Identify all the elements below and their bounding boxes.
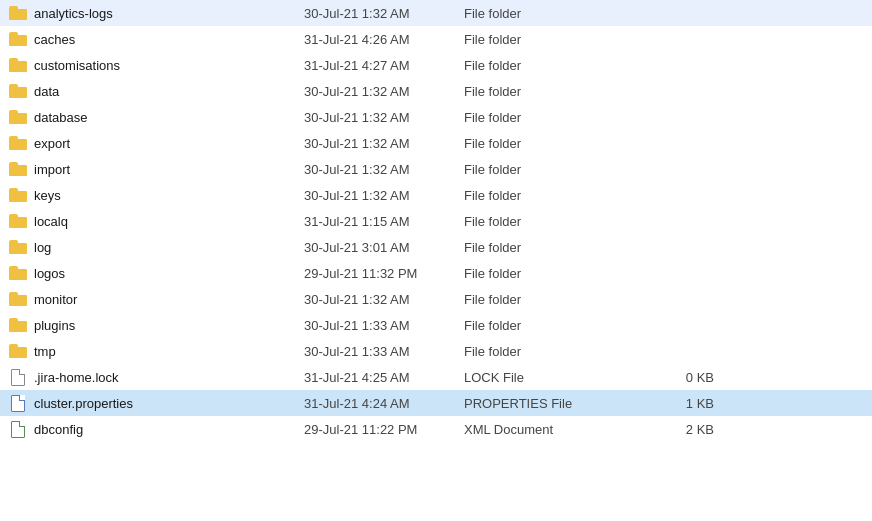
file-icon-container xyxy=(8,212,28,230)
file-icon-container xyxy=(8,316,28,334)
file-date: 29-Jul-21 11:32 PM xyxy=(294,266,454,281)
file-icon-container xyxy=(8,264,28,282)
list-item[interactable]: keys 30-Jul-21 1:32 AM File folder xyxy=(0,182,872,208)
file-type: PROPERTIES File xyxy=(454,396,634,411)
list-item[interactable]: data 30-Jul-21 1:32 AM File folder xyxy=(0,78,872,104)
file-type: File folder xyxy=(454,110,634,125)
file-name: analytics-logs xyxy=(34,6,294,21)
file-icon-container xyxy=(8,394,28,412)
file-name: keys xyxy=(34,188,294,203)
file-icon-container xyxy=(8,238,28,256)
file-icon-container xyxy=(8,4,28,22)
file-icon-container xyxy=(8,160,28,178)
folder-icon xyxy=(9,32,27,46)
file-name: import xyxy=(34,162,294,177)
file-size: 0 KB xyxy=(634,370,714,385)
list-item[interactable]: import 30-Jul-21 1:32 AM File folder xyxy=(0,156,872,182)
file-date: 31-Jul-21 4:26 AM xyxy=(294,32,454,47)
file-date: 31-Jul-21 4:24 AM xyxy=(294,396,454,411)
file-name: database xyxy=(34,110,294,125)
file-name: export xyxy=(34,136,294,151)
file-date: 31-Jul-21 1:15 AM xyxy=(294,214,454,229)
list-item[interactable]: caches 31-Jul-21 4:26 AM File folder xyxy=(0,26,872,52)
folder-icon xyxy=(9,318,27,332)
db-file-icon xyxy=(11,421,25,438)
file-name: monitor xyxy=(34,292,294,307)
list-item[interactable]: plugins 30-Jul-21 1:33 AM File folder xyxy=(0,312,872,338)
folder-icon xyxy=(9,292,27,306)
file-name: log xyxy=(34,240,294,255)
file-date: 29-Jul-21 11:22 PM xyxy=(294,422,454,437)
file-type: LOCK File xyxy=(454,370,634,385)
file-type: File folder xyxy=(454,214,634,229)
file-name: localq xyxy=(34,214,294,229)
list-item[interactable]: monitor 30-Jul-21 1:32 AM File folder xyxy=(0,286,872,312)
list-item[interactable]: localq 31-Jul-21 1:15 AM File folder xyxy=(0,208,872,234)
file-name: logos xyxy=(34,266,294,281)
folder-icon xyxy=(9,6,27,20)
lock-file-icon xyxy=(11,369,25,386)
file-icon-container xyxy=(8,30,28,48)
file-icon-container xyxy=(8,342,28,360)
file-size: 1 KB xyxy=(634,396,714,411)
file-name: cluster.properties xyxy=(34,396,294,411)
file-type: File folder xyxy=(454,6,634,21)
file-icon-container xyxy=(8,420,28,438)
list-item[interactable]: .jira-home.lock 31-Jul-21 4:25 AM LOCK F… xyxy=(0,364,872,390)
folder-icon xyxy=(9,188,27,202)
file-type: XML Document xyxy=(454,422,634,437)
file-date: 30-Jul-21 1:33 AM xyxy=(294,318,454,333)
file-type: File folder xyxy=(454,162,634,177)
folder-icon xyxy=(9,214,27,228)
file-icon-container xyxy=(8,108,28,126)
file-date: 31-Jul-21 4:25 AM xyxy=(294,370,454,385)
file-type: File folder xyxy=(454,32,634,47)
file-icon-container xyxy=(8,82,28,100)
list-item[interactable]: customisations 31-Jul-21 4:27 AM File fo… xyxy=(0,52,872,78)
file-type: File folder xyxy=(454,266,634,281)
file-date: 31-Jul-21 4:27 AM xyxy=(294,58,454,73)
file-name: dbconfig xyxy=(34,422,294,437)
folder-icon xyxy=(9,344,27,358)
file-type: File folder xyxy=(454,58,634,73)
list-item[interactable]: analytics-logs 30-Jul-21 1:32 AM File fo… xyxy=(0,0,872,26)
file-list: analytics-logs 30-Jul-21 1:32 AM File fo… xyxy=(0,0,872,521)
properties-file-icon xyxy=(11,395,25,412)
file-date: 30-Jul-21 1:32 AM xyxy=(294,162,454,177)
file-date: 30-Jul-21 1:32 AM xyxy=(294,292,454,307)
file-icon-container xyxy=(8,186,28,204)
file-date: 30-Jul-21 1:33 AM xyxy=(294,344,454,359)
file-size: 2 KB xyxy=(634,422,714,437)
file-name: data xyxy=(34,84,294,99)
file-icon-container xyxy=(8,134,28,152)
folder-icon xyxy=(9,162,27,176)
file-type: File folder xyxy=(454,240,634,255)
list-item[interactable]: dbconfig 29-Jul-21 11:22 PM XML Document… xyxy=(0,416,872,442)
file-name: .jira-home.lock xyxy=(34,370,294,385)
file-name: tmp xyxy=(34,344,294,359)
file-name: caches xyxy=(34,32,294,47)
file-date: 30-Jul-21 1:32 AM xyxy=(294,188,454,203)
list-item[interactable]: cluster.properties 31-Jul-21 4:24 AM PRO… xyxy=(0,390,872,416)
folder-icon xyxy=(9,84,27,98)
list-item[interactable]: logos 29-Jul-21 11:32 PM File folder xyxy=(0,260,872,286)
file-date: 30-Jul-21 3:01 AM xyxy=(294,240,454,255)
file-date: 30-Jul-21 1:32 AM xyxy=(294,84,454,99)
folder-icon xyxy=(9,136,27,150)
folder-icon xyxy=(9,58,27,72)
file-type: File folder xyxy=(454,318,634,333)
file-icon-container xyxy=(8,290,28,308)
file-type: File folder xyxy=(454,84,634,99)
list-item[interactable]: database 30-Jul-21 1:32 AM File folder xyxy=(0,104,872,130)
file-date: 30-Jul-21 1:32 AM xyxy=(294,110,454,125)
list-item[interactable]: log 30-Jul-21 3:01 AM File folder xyxy=(0,234,872,260)
file-date: 30-Jul-21 1:32 AM xyxy=(294,136,454,151)
file-type: File folder xyxy=(454,188,634,203)
file-name: plugins xyxy=(34,318,294,333)
folder-icon xyxy=(9,240,27,254)
file-date: 30-Jul-21 1:32 AM xyxy=(294,6,454,21)
folder-icon xyxy=(9,266,27,280)
list-item[interactable]: tmp 30-Jul-21 1:33 AM File folder xyxy=(0,338,872,364)
list-item[interactable]: export 30-Jul-21 1:32 AM File folder xyxy=(0,130,872,156)
file-type: File folder xyxy=(454,292,634,307)
